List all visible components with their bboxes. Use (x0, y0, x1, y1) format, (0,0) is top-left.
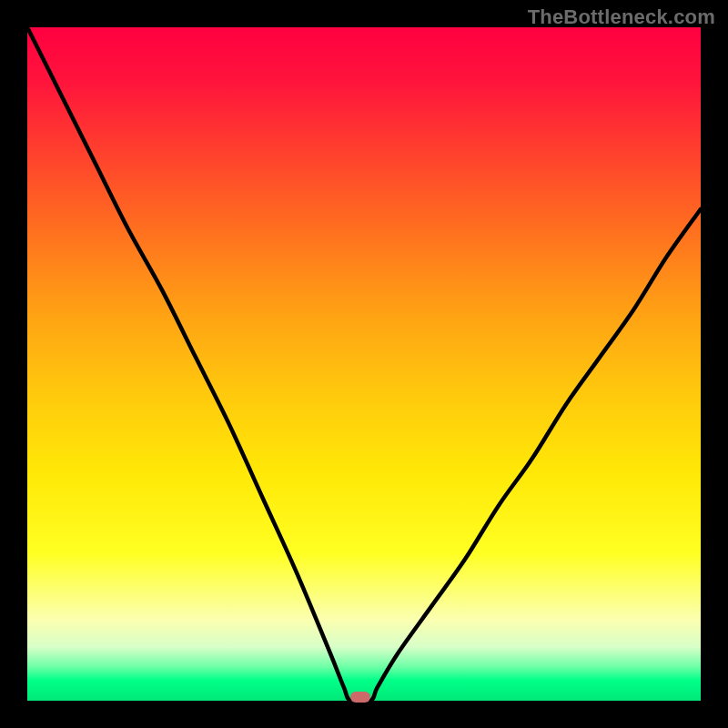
bottleneck-curve (27, 27, 701, 701)
optimal-point-marker (350, 692, 370, 703)
watermark-label: TheBottleneck.com (528, 5, 715, 29)
plot-area (27, 27, 701, 701)
chart-frame: TheBottleneck.com (0, 0, 728, 728)
